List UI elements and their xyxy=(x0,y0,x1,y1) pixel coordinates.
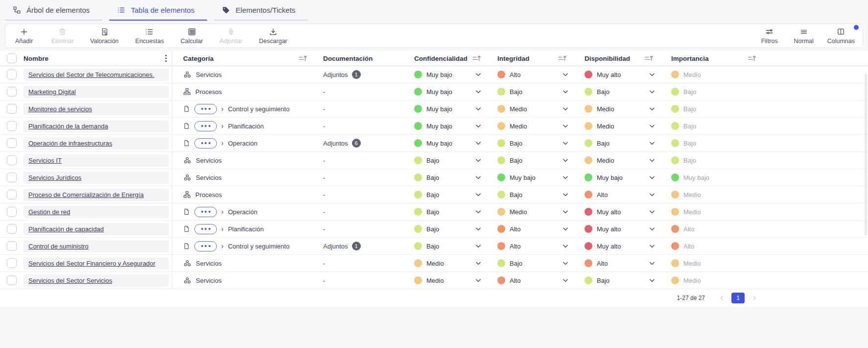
valuation-button[interactable]: Valoración xyxy=(90,27,118,45)
chevron-down-icon[interactable] xyxy=(562,88,569,95)
integridad-cell[interactable]: Alto xyxy=(493,272,581,289)
confidencialidad-cell[interactable]: Muy bajo xyxy=(410,66,493,83)
confidencialidad-cell[interactable]: Bajo xyxy=(410,221,493,237)
integridad-cell[interactable]: Muy bajo xyxy=(493,169,581,186)
chevron-down-icon[interactable] xyxy=(562,208,569,215)
collapsed-breadcrumb-button[interactable] xyxy=(194,138,217,149)
collapsed-breadcrumb-button[interactable] xyxy=(194,121,217,131)
chevron-down-icon[interactable] xyxy=(475,277,482,284)
select-all-checkbox[interactable] xyxy=(7,53,17,63)
chevron-down-icon[interactable] xyxy=(475,88,482,95)
collapsed-breadcrumb-button[interactable] xyxy=(194,241,217,251)
confidencialidad-cell[interactable]: Muy bajo xyxy=(410,135,493,151)
chevron-down-icon[interactable] xyxy=(562,123,569,129)
chevron-down-icon[interactable] xyxy=(649,208,656,215)
chevron-down-icon[interactable] xyxy=(649,157,656,164)
element-name-link[interactable]: Planificación de capacidad xyxy=(23,223,169,235)
element-name-link[interactable]: Proceso de Comercialización de Energía xyxy=(23,189,169,201)
disponibilidad-cell[interactable]: Alto xyxy=(581,255,667,272)
disponibilidad-cell[interactable]: Bajo xyxy=(581,135,667,151)
element-name-link[interactable]: Servicios del Sector Financiero y Asegur… xyxy=(23,257,169,270)
chevron-down-icon[interactable] xyxy=(475,243,482,249)
chevron-down-icon[interactable] xyxy=(562,243,569,249)
chevron-down-icon[interactable] xyxy=(649,123,656,129)
collapsed-breadcrumb-button[interactable] xyxy=(194,207,217,217)
attach-button[interactable]: Adjuntar xyxy=(220,27,243,45)
chevron-down-icon[interactable] xyxy=(562,71,569,78)
confidencialidad-cell[interactable]: Muy bajo xyxy=(410,118,493,134)
integridad-cell[interactable]: Medio xyxy=(493,100,581,117)
row-checkbox[interactable] xyxy=(7,70,17,79)
chevron-down-icon[interactable] xyxy=(475,71,482,78)
disponibilidad-cell[interactable]: Muy alto xyxy=(581,66,667,83)
kebab-menu-icon[interactable] xyxy=(163,53,169,63)
element-name-link[interactable]: Monitoreo de servicios xyxy=(23,103,169,115)
page-number-button[interactable]: 1 xyxy=(731,293,745,303)
row-checkbox[interactable] xyxy=(7,87,17,97)
confidencialidad-cell[interactable]: Muy bajo xyxy=(410,100,493,117)
row-checkbox[interactable] xyxy=(7,155,17,165)
row-checkbox[interactable] xyxy=(7,138,17,148)
chevron-down-icon[interactable] xyxy=(562,174,569,181)
disponibilidad-cell[interactable]: Medio xyxy=(581,118,667,134)
confidencialidad-cell[interactable]: Bajo xyxy=(410,152,493,169)
surveys-button[interactable]: Encuestas xyxy=(135,27,164,45)
element-name-link[interactable]: Servicios del Sector Servicios xyxy=(23,274,169,287)
sort-icon[interactable] xyxy=(644,54,654,62)
chevron-down-icon[interactable] xyxy=(649,260,656,267)
collapsed-breadcrumb-button[interactable] xyxy=(194,104,217,114)
chevron-down-icon[interactable] xyxy=(649,140,656,147)
chevron-down-icon[interactable] xyxy=(562,277,569,284)
sort-icon[interactable] xyxy=(558,54,567,62)
integridad-cell[interactable]: Medio xyxy=(493,118,581,134)
chevron-down-icon[interactable] xyxy=(475,260,482,267)
element-name-link[interactable]: Servicios Jurídicos xyxy=(23,172,169,184)
row-checkbox[interactable] xyxy=(7,207,17,217)
disponibilidad-cell[interactable]: Muy alto xyxy=(581,221,667,237)
disponibilidad-cell[interactable]: Medio xyxy=(581,100,667,117)
element-name-link[interactable]: Servicios del Sector de Telecomunicacion… xyxy=(23,69,169,81)
chevron-down-icon[interactable] xyxy=(649,243,656,249)
sort-icon[interactable] xyxy=(472,54,481,62)
chevron-down-icon[interactable] xyxy=(562,260,569,267)
confidencialidad-cell[interactable]: Medio xyxy=(410,272,493,289)
integridad-cell[interactable]: Bajo xyxy=(493,186,581,203)
tab-elementos-tickets[interactable]: Elementos/Tickets xyxy=(214,0,308,21)
sort-icon[interactable] xyxy=(298,54,307,62)
integridad-cell[interactable]: Alto xyxy=(493,221,581,237)
integridad-cell[interactable]: Medio xyxy=(493,203,581,220)
element-name-link[interactable]: Marketing Digital xyxy=(23,86,169,98)
tab-tabla-de-elementos[interactable]: Tabla de elementos xyxy=(109,0,207,21)
row-checkbox[interactable] xyxy=(7,241,17,251)
confidencialidad-cell[interactable]: Bajo xyxy=(410,238,493,254)
chevron-down-icon[interactable] xyxy=(475,157,482,164)
chevron-down-icon[interactable] xyxy=(562,105,569,112)
confidencialidad-cell[interactable]: Medio xyxy=(410,255,493,272)
chevron-down-icon[interactable] xyxy=(475,140,482,147)
disponibilidad-cell[interactable]: Bajo xyxy=(581,272,667,289)
chevron-down-icon[interactable] xyxy=(649,277,656,284)
chevron-down-icon[interactable] xyxy=(475,123,482,129)
columns-button[interactable]: Columnas xyxy=(827,27,855,45)
next-page-icon[interactable] xyxy=(750,293,759,303)
integridad-cell[interactable]: Bajo xyxy=(493,135,581,151)
collapsed-breadcrumb-button[interactable] xyxy=(194,224,217,234)
sort-icon[interactable] xyxy=(747,54,756,62)
chevron-down-icon[interactable] xyxy=(649,174,656,181)
confidencialidad-cell[interactable]: Bajo xyxy=(410,203,493,220)
chevron-down-icon[interactable] xyxy=(475,191,482,198)
add-button[interactable]: Añadir xyxy=(13,27,35,45)
chevron-down-icon[interactable] xyxy=(649,191,656,198)
disponibilidad-cell[interactable]: Muy alto xyxy=(581,203,667,220)
confidencialidad-cell[interactable]: Bajo xyxy=(410,186,493,203)
chevron-down-icon[interactable] xyxy=(475,208,482,215)
row-checkbox[interactable] xyxy=(7,224,17,234)
integridad-cell[interactable]: Alto xyxy=(493,66,581,83)
element-name-link[interactable]: Control de suministro xyxy=(23,240,169,252)
row-checkbox[interactable] xyxy=(7,173,17,182)
chevron-down-icon[interactable] xyxy=(562,191,569,198)
integridad-cell[interactable]: Bajo xyxy=(493,255,581,272)
vertical-scrollbar[interactable] xyxy=(865,74,867,235)
element-name-link[interactable]: Planificación de la demanda xyxy=(23,120,169,132)
disponibilidad-cell[interactable]: Medio xyxy=(581,152,667,169)
